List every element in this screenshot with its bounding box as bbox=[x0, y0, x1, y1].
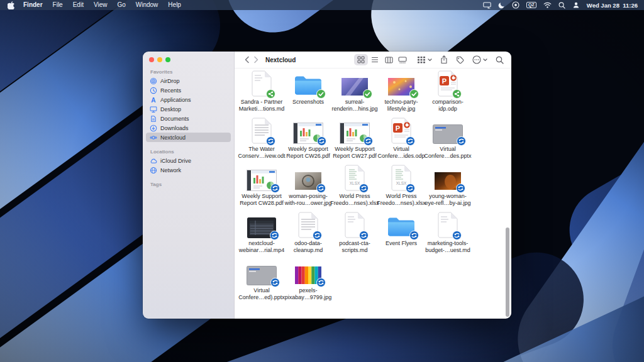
sidebar-item-airdrop[interactable]: AirDrop bbox=[146, 76, 231, 85]
focus-moon-icon[interactable] bbox=[498, 2, 505, 9]
sidebar-item-icloud-drive[interactable]: iCloud Drive bbox=[146, 156, 231, 165]
share-button[interactable] bbox=[440, 55, 448, 64]
video-icon bbox=[247, 217, 276, 238]
file-tile[interactable]: VirtualConfere…ed).pptx bbox=[238, 256, 285, 304]
file-tile[interactable]: odoo-data-cleanup.md bbox=[285, 209, 331, 256]
forward-button[interactable] bbox=[252, 56, 261, 63]
file-tile[interactable]: Sandra - PartnerMarketi…tions.md bbox=[238, 68, 285, 115]
list-view-button[interactable] bbox=[368, 54, 382, 65]
file-tile[interactable]: VirtualConfere…des.pptx bbox=[425, 115, 471, 162]
sidebar-item-label: AirDrop bbox=[160, 78, 180, 84]
syncing-badge-icon bbox=[452, 231, 462, 240]
spotlight-search-icon[interactable] bbox=[558, 2, 565, 9]
minimize-button[interactable] bbox=[157, 57, 162, 62]
menu-items: FinderFileEditViewGoWindowHelp bbox=[18, 0, 186, 10]
file-name: World PressFreedo…nses).xlsx bbox=[377, 193, 426, 206]
file-tile[interactable]: XLSXWorld PressFreedo…nses).xlsx bbox=[378, 162, 425, 209]
more-circle-icon bbox=[472, 55, 481, 64]
file-name: VirtualConfere…ed).pptx bbox=[238, 287, 285, 300]
syncing-badge-icon bbox=[457, 136, 466, 146]
file-tile[interactable]: young-woman-eye-refl…by-ai.jpg bbox=[425, 162, 471, 209]
file-tile[interactable]: Pcomparison-idp.odp bbox=[425, 68, 471, 115]
menu-edit[interactable]: Edit bbox=[68, 0, 89, 10]
file-name: World PressFreedo…nses).xlsx bbox=[330, 193, 379, 206]
menu-view[interactable]: View bbox=[89, 0, 113, 10]
screen-record-icon[interactable] bbox=[512, 1, 519, 9]
sidebar: FavoritesAirDropRecentsAApplicationsDesk… bbox=[143, 52, 235, 319]
syncing-badge-icon bbox=[317, 136, 326, 146]
file-tile[interactable]: Weekly SupportReport CW26.pdf bbox=[285, 115, 331, 162]
apple-menu[interactable] bbox=[6, 1, 18, 9]
recents-icon bbox=[150, 87, 157, 94]
file-tile[interactable]: marketing-tools-budget-…uest.md bbox=[425, 209, 471, 256]
sidebar-section-title: Locations bbox=[143, 149, 234, 156]
file-tile[interactable]: techno-party-lifestyle.jpg bbox=[378, 68, 425, 115]
menu-window[interactable]: Window bbox=[131, 0, 164, 10]
sidebar-item-label: Recents bbox=[160, 87, 181, 94]
icon-view-button[interactable] bbox=[354, 54, 368, 65]
screen-mirroring-icon[interactable] bbox=[483, 2, 491, 9]
user-switch-icon[interactable] bbox=[572, 1, 580, 9]
file-tile[interactable]: Event Flyers bbox=[378, 209, 425, 256]
tags-button[interactable] bbox=[456, 56, 464, 64]
sidebar-item-desktop[interactable]: Desktop bbox=[146, 104, 231, 114]
syncing-badge-icon bbox=[270, 278, 280, 287]
actions-button[interactable] bbox=[472, 55, 487, 64]
file-tile[interactable]: surreal-renderin…hins.jpg bbox=[331, 68, 378, 115]
file-name: Screenshots bbox=[292, 99, 324, 106]
svg-text:P: P bbox=[442, 77, 447, 85]
menu-clock[interactable]: Wed Jan 28 11:26 bbox=[587, 2, 638, 9]
input-source-badge[interactable]: QZ bbox=[526, 2, 536, 8]
search-button[interactable] bbox=[496, 56, 504, 64]
syncing-badge-icon bbox=[359, 231, 369, 240]
menu-help[interactable]: Help bbox=[163, 0, 186, 10]
scrollbar-thumb[interactable] bbox=[506, 228, 509, 317]
close-button[interactable] bbox=[149, 57, 154, 62]
sidebar-item-documents[interactable]: Documents bbox=[146, 114, 231, 123]
svg-text:A: A bbox=[151, 96, 156, 103]
airdrop-icon bbox=[150, 77, 157, 85]
gallery-view-icon bbox=[398, 57, 407, 63]
sidebar-item-downloads[interactable]: Downloads bbox=[146, 123, 231, 133]
file-tile[interactable]: Screenshots bbox=[285, 68, 331, 115]
column-view-button[interactable] bbox=[382, 54, 396, 65]
file-name: Weekly SupportReport CW26.pdf bbox=[286, 146, 330, 159]
group-button[interactable] bbox=[418, 56, 432, 63]
file-tile[interactable]: podcast-cta-scripts.md bbox=[331, 209, 378, 256]
file-tile[interactable]: Weekly SupportReport CW27.pdf bbox=[331, 115, 378, 162]
zoom-button[interactable] bbox=[165, 57, 170, 62]
syncing-badge-icon bbox=[313, 231, 322, 240]
sidebar-item-network[interactable]: Network bbox=[146, 165, 231, 175]
file-tile[interactable]: Weekly SupportReport CW28.pdf bbox=[238, 162, 285, 209]
sidebar-item-nextcloud[interactable]: Nextcloud bbox=[146, 133, 231, 142]
file-tile[interactable]: The WaterConserv…ivew.odt bbox=[238, 115, 285, 162]
file-tile[interactable]: woman-posing-with-rou…ower.jpg bbox=[285, 162, 331, 209]
folder-icon bbox=[387, 216, 416, 238]
file-name: marketing-tools-budget-…uest.md bbox=[425, 240, 470, 253]
desktop-icon bbox=[150, 106, 157, 113]
image-dark-icon bbox=[433, 171, 462, 191]
xlsx-icon: XLSX bbox=[344, 165, 365, 191]
menu-go[interactable]: Go bbox=[112, 0, 130, 10]
file-tile[interactable]: PVirtualConfere…ides.odp bbox=[378, 115, 425, 162]
wifi-icon[interactable] bbox=[543, 2, 552, 8]
file-tile[interactable]: nextcloud-webinar…rial.mp4 bbox=[238, 209, 285, 256]
column-view-icon bbox=[385, 57, 393, 63]
document-icon bbox=[344, 212, 365, 238]
sidebar-item-applications[interactable]: AApplications bbox=[146, 95, 231, 104]
sidebar-item-label: Applications bbox=[160, 97, 191, 103]
menu-finder[interactable]: Finder bbox=[18, 0, 48, 10]
impress-icon: P bbox=[437, 70, 458, 97]
syncing-badge-icon bbox=[266, 136, 275, 146]
file-tile[interactable]: pexels-pixabay…9799.jpg bbox=[285, 256, 331, 304]
nextcloud-icon bbox=[150, 134, 157, 141]
menu-file[interactable]: File bbox=[48, 0, 68, 10]
syncing-badge-icon bbox=[456, 184, 465, 193]
gallery-view-button[interactable] bbox=[396, 54, 409, 65]
sidebar-item-recents[interactable]: Recents bbox=[146, 85, 231, 95]
network-icon bbox=[150, 167, 157, 174]
back-button[interactable] bbox=[242, 56, 252, 63]
document-icon bbox=[437, 212, 458, 238]
image-gray-icon bbox=[294, 171, 323, 191]
file-tile[interactable]: XLSXWorld PressFreedo…nses).xlsx bbox=[331, 162, 378, 209]
